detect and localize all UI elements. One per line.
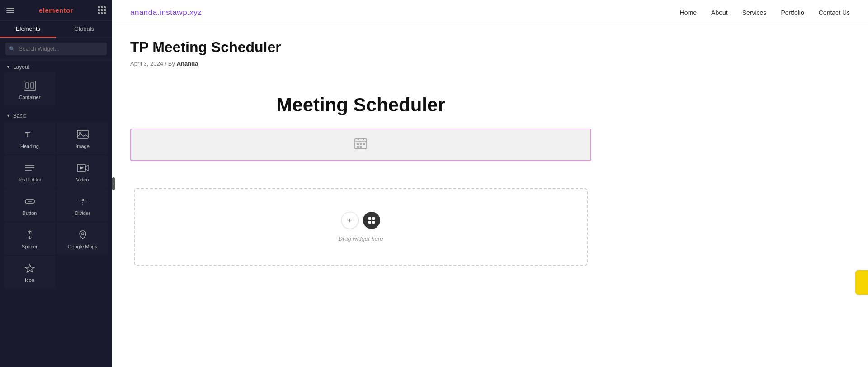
basic-widget-grid: T Heading Image xyxy=(0,122,112,292)
svg-rect-27 xyxy=(357,146,359,148)
svg-rect-29 xyxy=(368,217,371,220)
tab-elements[interactable]: Elements xyxy=(0,21,56,38)
nav-home[interactable]: Home xyxy=(680,9,697,16)
page-heading: Meeting Scheduler xyxy=(130,94,591,116)
svg-rect-32 xyxy=(372,221,375,224)
floating-button[interactable] xyxy=(855,270,868,295)
nav-contact-us[interactable]: Contact Us xyxy=(819,9,850,16)
heading-label: Heading xyxy=(20,143,39,149)
layout-section-label: Layout xyxy=(13,64,29,70)
svg-text:T: T xyxy=(25,130,31,139)
layout-section-header[interactable]: ▼ Layout xyxy=(0,60,112,73)
widget-google-maps[interactable]: Google Maps xyxy=(57,222,108,255)
sidebar: elementor Elements Globals ▼ Layout xyxy=(0,0,112,367)
text-editor-label: Text Editor xyxy=(18,177,42,182)
icon-widget-icon xyxy=(24,263,36,275)
svg-rect-28 xyxy=(360,146,362,148)
svg-point-19 xyxy=(81,233,84,235)
button-label: Button xyxy=(23,210,37,216)
svg-rect-24 xyxy=(357,143,359,145)
svg-rect-26 xyxy=(363,143,365,145)
basic-section-header[interactable]: ▼ Basic xyxy=(0,109,112,122)
post-date: April 3, 2024 xyxy=(130,60,163,67)
resize-handle[interactable]: ‹ xyxy=(112,0,115,367)
svg-rect-30 xyxy=(372,217,375,220)
svg-rect-31 xyxy=(368,221,371,224)
widget-spacer[interactable]: Spacer xyxy=(4,222,56,255)
drop-zone-text: Drag widget here xyxy=(339,235,383,242)
drop-zone: + Drag widget here xyxy=(134,188,588,266)
icon-label: Icon xyxy=(25,277,34,283)
calendar-widget-area[interactable] xyxy=(130,129,591,161)
hamburger-icon[interactable] xyxy=(6,8,14,13)
nav-links: Home About Services Portfolio Contact Us xyxy=(680,9,850,16)
svg-rect-25 xyxy=(360,143,362,145)
svg-rect-1 xyxy=(26,83,29,88)
video-label: Video xyxy=(76,177,89,182)
button-icon xyxy=(24,196,36,208)
spacer-label: Spacer xyxy=(22,244,38,249)
add-widget-button[interactable]: + xyxy=(341,212,359,229)
widget-button[interactable]: Button xyxy=(4,189,56,221)
sidebar-topbar: elementor xyxy=(0,0,112,21)
post-meta: April 3, 2024 / By Ananda xyxy=(130,60,591,67)
search-area xyxy=(0,38,112,60)
divider-label: Divider xyxy=(75,210,90,216)
calendar-icon xyxy=(354,138,367,152)
settings-button[interactable] xyxy=(363,212,380,229)
widget-video[interactable]: Video xyxy=(57,155,108,188)
widget-icon[interactable]: Icon xyxy=(4,256,56,288)
basic-section-label: Basic xyxy=(13,113,26,119)
spacer-icon xyxy=(24,230,36,241)
elementor-logo: elementor xyxy=(39,6,73,14)
google-maps-icon xyxy=(76,230,89,241)
nav-about[interactable]: About xyxy=(711,9,728,16)
divider-icon xyxy=(76,196,89,208)
resize-handle-inner: ‹ xyxy=(112,177,115,190)
widget-heading[interactable]: T Heading xyxy=(4,122,56,154)
widget-text-editor[interactable]: Text Editor xyxy=(4,155,56,188)
post-title: TP Meeting Scheduler xyxy=(130,39,591,56)
search-input[interactable] xyxy=(5,43,107,55)
page-content: TP Meeting Scheduler April 3, 2024 / By … xyxy=(112,25,609,293)
post-meta-separator: / By xyxy=(165,60,177,67)
image-icon xyxy=(76,129,89,141)
tab-globals[interactable]: Globals xyxy=(56,21,112,38)
heading-icon: T xyxy=(24,129,36,141)
sidebar-content: ▼ Layout Container ▼ Basic xyxy=(0,60,112,367)
post-author: Ananda xyxy=(177,60,198,67)
google-maps-label: Google Maps xyxy=(68,244,97,249)
svg-point-5 xyxy=(79,132,81,134)
grid-icon[interactable] xyxy=(98,6,106,14)
layout-arrow-icon: ▼ xyxy=(6,65,10,69)
widget-container[interactable]: Container xyxy=(4,73,56,105)
widget-image[interactable]: Image xyxy=(57,122,108,154)
top-nav: ananda.instawp.xyz Home About Services P… xyxy=(112,0,868,25)
nav-portfolio[interactable]: Portfolio xyxy=(781,9,804,16)
nav-logo: ananda.instawp.xyz xyxy=(130,8,202,17)
video-icon xyxy=(76,163,89,174)
main-content: ananda.instawp.xyz Home About Services P… xyxy=(112,0,868,367)
svg-point-14 xyxy=(82,199,84,201)
svg-rect-2 xyxy=(31,83,34,88)
container-label: Container xyxy=(19,95,41,100)
sidebar-tabs: Elements Globals xyxy=(0,21,112,38)
widget-divider[interactable]: Divider xyxy=(57,189,108,221)
basic-arrow-icon: ▼ xyxy=(6,114,10,118)
drop-zone-actions: + xyxy=(341,212,380,229)
container-icon xyxy=(24,81,36,92)
nav-services[interactable]: Services xyxy=(742,9,767,16)
svg-marker-10 xyxy=(80,166,84,170)
layout-widget-grid: Container xyxy=(0,73,112,109)
image-label: Image xyxy=(75,143,90,149)
svg-rect-4 xyxy=(77,130,88,138)
text-editor-icon xyxy=(24,163,36,174)
